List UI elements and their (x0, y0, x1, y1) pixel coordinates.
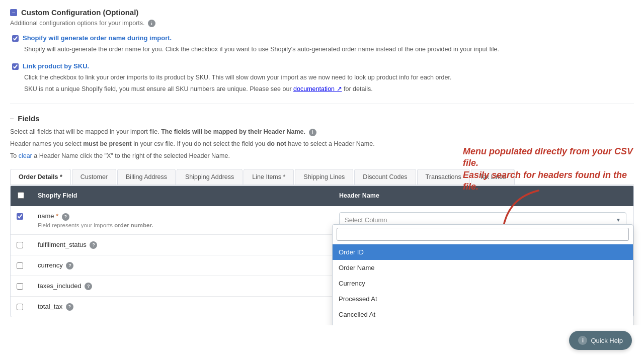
dropdown-list: Order ID Order Name Currency Processed A… (333, 244, 633, 325)
row3-info-icon[interactable]: ? (66, 262, 73, 269)
row3-checkbox[interactable] (17, 262, 23, 269)
row1-checkbox-cell (11, 206, 31, 221)
row2-checkbox-cell (11, 235, 31, 250)
row4-info-icon[interactable]: ? (85, 283, 92, 290)
fields-instruction1: Select all fields that will be mapped in… (10, 127, 634, 137)
row3-field-cell: currency ? (31, 255, 332, 276)
collapse-icon[interactable]: – (10, 9, 17, 16)
annotation-box: Menu populated directly from your CSV fi… (463, 146, 634, 193)
tab-discount-codes[interactable]: Discount Codes (354, 169, 416, 185)
dropdown-item-currency[interactable]: Currency (333, 276, 633, 291)
custom-config-subtitle: Additional configuration options for you… (10, 20, 634, 27)
tab-shipping-address[interactable]: Shipping Address (177, 169, 243, 185)
clear-link[interactable]: clear (19, 152, 32, 159)
checkbox2-label[interactable]: Link product by SKU. (23, 62, 89, 70)
tab-customer[interactable]: Customer (72, 169, 116, 185)
fields-title: Fields (18, 114, 39, 123)
section-divider (10, 104, 634, 104)
checkbox1-desc: Shopify will auto-generate the order nam… (12, 45, 634, 54)
tab-line-items[interactable]: Line Items * (244, 169, 294, 185)
table-header-checkbox-col (11, 186, 31, 206)
tab-transactions[interactable]: Transactions (417, 169, 470, 185)
tab-billing-address[interactable]: Billing Address (117, 169, 176, 185)
fields-collapse-icon[interactable]: – (10, 115, 14, 122)
checkbox1-label[interactable]: Shopify will generate order name during … (23, 34, 172, 42)
dropdown-search-box (333, 225, 633, 244)
chevron-down-icon: ▼ (616, 217, 621, 223)
row1-header-cell: Select Column ▼ Order ID Order Name Curr… (332, 206, 633, 234)
checkbox-group-1: Shopify will generate order name during … (10, 34, 634, 54)
dropdown-item-cancel-reason[interactable]: Cancel Reason (333, 322, 633, 325)
checkbox2-desc2: SKU is not a unique Shopify field, you m… (12, 84, 634, 94)
row3-checkbox-cell (11, 255, 31, 270)
row5-checkbox[interactable] (17, 304, 23, 310)
row1-checkbox[interactable] (17, 213, 23, 220)
dropdown-open: Order ID Order Name Currency Processed A… (332, 224, 633, 325)
table-header-shopify-field: Shopify Field (31, 186, 332, 206)
info-icon-config[interactable]: i (148, 20, 155, 27)
row3-field-name: currency ? (38, 261, 325, 269)
row1-info-icon[interactable]: ? (62, 213, 69, 221)
fields-instruction1-bold: The fields will be mapped by their Heade… (161, 128, 305, 135)
row4-checkbox-cell (11, 276, 31, 291)
row1-field-name: name * ? (38, 212, 325, 220)
documentation-link[interactable]: documentation ↗ (293, 85, 342, 93)
select-all-checkbox[interactable] (18, 192, 24, 199)
dropdown-item-order-id[interactable]: Order ID (333, 244, 633, 260)
checkbox-generate-order-name[interactable] (12, 35, 19, 42)
annotation-text: Menu populated directly from your CSV fi… (463, 146, 634, 193)
row5-info-icon[interactable]: ? (66, 303, 73, 311)
row4-checkbox[interactable] (17, 283, 23, 290)
dropdown-search-input[interactable] (337, 228, 629, 241)
fields-section-header: – Fields (10, 114, 634, 123)
row1-field-note: Field represents your imports order numb… (38, 222, 325, 228)
dropdown-item-order-name[interactable]: Order Name (333, 260, 633, 276)
row4-field-name: taxes_included ? (38, 282, 325, 290)
row2-info-icon[interactable]: ? (90, 241, 97, 249)
row2-checkbox[interactable] (17, 242, 23, 248)
dropdown-item-cancelled-at[interactable]: Cancelled At (333, 307, 633, 322)
checkbox-link-by-sku[interactable] (12, 63, 19, 70)
custom-config-header: – Custom Configuration (Optional) (10, 8, 634, 17)
required-marker: * (56, 212, 58, 220)
dropdown-item-processed-at[interactable]: Processed At (333, 291, 633, 307)
checkbox2-desc1: Click the checkbox to link your order im… (12, 73, 634, 82)
row1-field-cell: name * ? Field represents your imports o… (31, 206, 332, 234)
tab-shipping-lines[interactable]: Shipping Lines (295, 169, 353, 185)
checkbox-group-2: Link product by SKU. Click the checkbox … (10, 62, 634, 94)
row5-checkbox-cell (11, 297, 31, 312)
dropdown-placeholder: Select Column (345, 216, 387, 224)
row5-field-name: total_tax ? (38, 303, 325, 311)
tab-order-details[interactable]: Order Details * (10, 169, 71, 186)
row5-field-cell: total_tax ? (31, 297, 332, 317)
row2-field-name: fulfillment_status ? (38, 241, 325, 249)
custom-config-title: Custom Configuration (Optional) (21, 8, 138, 17)
row4-field-cell: taxes_included ? (31, 276, 332, 296)
row2-field-cell: fulfillment_status ? (31, 235, 332, 255)
info-icon-fields[interactable]: i (309, 129, 316, 136)
